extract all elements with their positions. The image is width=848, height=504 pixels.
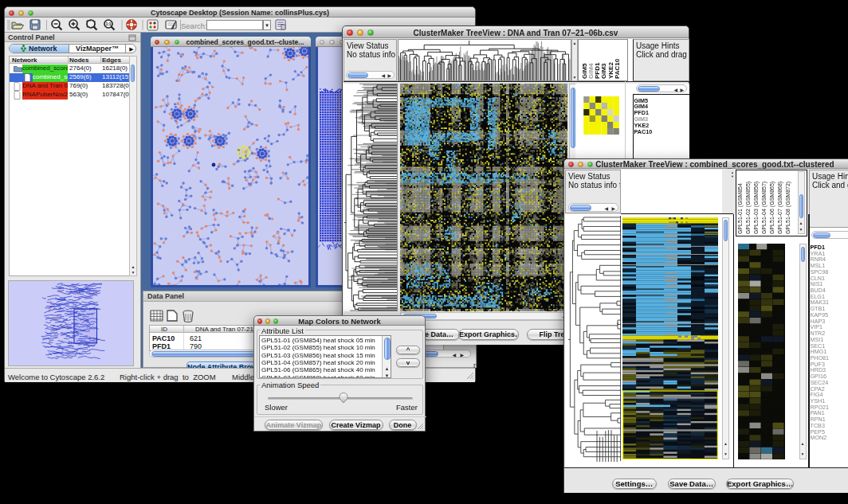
svg-text:1:1: 1:1 [105,21,111,26]
